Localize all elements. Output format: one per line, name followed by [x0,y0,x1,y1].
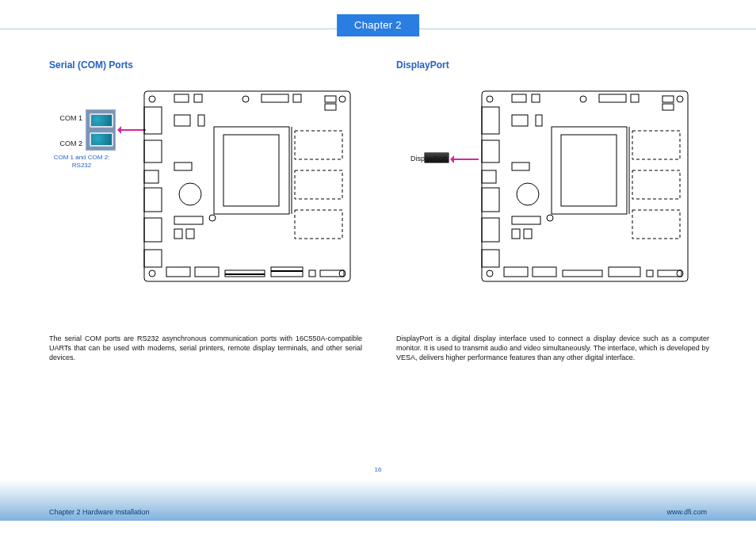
svg-rect-75 [609,267,640,277]
svg-rect-51 [482,218,499,242]
svg-rect-69 [512,216,540,224]
svg-rect-57 [662,96,674,102]
svg-rect-47 [482,107,499,134]
svg-rect-20 [223,135,279,206]
svg-rect-66 [512,115,528,126]
svg-rect-17 [325,96,336,102]
svg-point-25 [179,183,201,205]
svg-point-42 [580,96,586,102]
svg-rect-28 [174,162,192,170]
svg-rect-23 [295,170,342,199]
svg-rect-62 [632,131,680,159]
svg-rect-67 [536,115,542,126]
svg-rect-60 [561,135,617,206]
svg-point-43 [677,96,683,102]
chapter-tab: Chapter 2 [337,14,419,36]
svg-point-2 [242,96,249,102]
svg-point-44 [487,270,493,277]
svg-rect-59 [552,127,627,214]
svg-point-1 [149,96,155,102]
svg-rect-16 [293,94,301,102]
svg-rect-36 [309,270,315,277]
footer-url: www.dfi.com [666,508,707,516]
svg-rect-50 [482,188,499,212]
svg-rect-32 [166,267,190,277]
svg-rect-49 [482,170,496,183]
svg-rect-10 [144,188,162,212]
svg-rect-70 [512,229,520,239]
svg-rect-58 [662,104,674,110]
svg-rect-40 [482,91,688,281]
svg-rect-54 [532,94,540,102]
svg-point-5 [339,270,346,277]
page-number: 16 [375,466,382,473]
document-page: Chapter 2 Serial (COM) Ports DisplayPort… [0,0,756,535]
svg-rect-13 [174,94,189,102]
svg-rect-22 [295,131,342,159]
svg-rect-29 [174,216,203,224]
pcb-diagram-left [55,83,365,289]
paragraph-dp: DisplayPort is a digital display interfa… [396,334,709,362]
svg-rect-14 [194,94,202,102]
svg-rect-56 [631,94,639,102]
svg-point-65 [517,183,539,205]
svg-rect-0 [144,91,350,281]
svg-rect-63 [632,170,680,199]
svg-rect-30 [174,229,182,239]
svg-rect-73 [533,267,556,277]
svg-rect-76 [647,270,653,277]
svg-point-6 [209,215,216,221]
paragraph-com: The serial COM ports are RS232 asynchron… [49,334,362,362]
svg-rect-19 [214,127,289,214]
svg-point-46 [547,215,553,221]
section-heading-com: Serial (COM) Ports [49,59,133,71]
svg-rect-39 [271,270,303,272]
svg-point-41 [487,96,493,102]
svg-rect-8 [144,140,162,162]
svg-rect-26 [174,115,190,126]
svg-rect-74 [563,270,602,277]
svg-rect-18 [325,104,336,110]
section-heading-dp: DisplayPort [396,59,449,71]
svg-point-45 [677,270,683,277]
svg-rect-15 [262,94,288,102]
svg-point-4 [149,270,155,277]
svg-rect-68 [512,162,529,170]
svg-rect-24 [295,210,342,239]
svg-rect-31 [186,229,194,239]
svg-rect-71 [524,229,532,239]
svg-rect-33 [195,267,219,277]
svg-rect-64 [632,210,680,239]
svg-rect-53 [512,94,526,102]
svg-rect-11 [144,218,162,242]
svg-rect-52 [482,250,499,267]
footer-chapter: Chapter 2 Hardware Installation [49,508,150,516]
pcb-diagram-right [409,83,718,289]
svg-rect-55 [599,94,626,102]
svg-rect-12 [144,250,162,267]
svg-rect-9 [144,170,158,183]
svg-rect-48 [482,140,499,162]
svg-rect-27 [198,115,204,126]
svg-rect-7 [144,107,162,134]
svg-rect-72 [504,267,528,277]
svg-point-3 [339,96,346,102]
svg-rect-38 [225,273,265,275]
